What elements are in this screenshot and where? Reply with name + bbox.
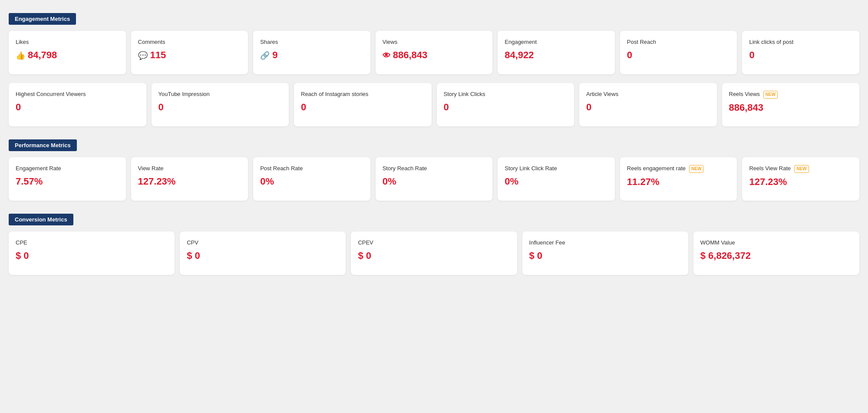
number-womm-value: 6,826,372: [708, 250, 751, 261]
card-label-post-reach-rate: Post Reach Rate: [260, 165, 363, 172]
number-engagement: 84,922: [505, 50, 534, 61]
number-story-reach-rate: 0%: [383, 176, 396, 187]
number-highest-concurrent: 0: [16, 102, 21, 113]
likes-icon: 👍: [16, 50, 25, 61]
card-value-youtube-impression: 0: [158, 102, 282, 113]
badge-new-reels-engagement-rate: NEW: [689, 165, 703, 173]
card-label-reels-engagement-rate: Reels engagement rateNEW: [627, 165, 730, 173]
comments-icon: 💬: [138, 50, 148, 61]
card-engagement-rate: Engagement Rate7.57%: [9, 157, 126, 201]
badge-new-reels-view-rate: NEW: [794, 165, 809, 173]
card-label-engagement-rate: Engagement Rate: [16, 165, 119, 172]
card-value-cpe: $ 0: [16, 250, 168, 261]
card-label-cpev: CPEV: [358, 239, 510, 247]
card-label-youtube-impression: YouTube Impression: [158, 91, 282, 98]
card-value-shares: 🔗9: [260, 50, 363, 61]
card-value-link-clicks-post: 0: [749, 50, 852, 61]
card-value-post-reach: 0: [627, 50, 730, 61]
card-value-story-link-click-rate: 0%: [505, 176, 608, 187]
number-post-reach-rate: 0%: [260, 176, 274, 187]
number-engagement-rate: 7.57%: [16, 176, 43, 187]
number-link-clicks-post: 0: [749, 50, 754, 61]
card-cpv: CPV$ 0: [180, 231, 346, 275]
card-label-story-link-click-rate: Story Link Click Rate: [505, 165, 608, 172]
engagement-row2: Highest Concurrent Viewers0YouTube Impre…: [9, 83, 859, 126]
number-story-link-clicks: 0: [444, 102, 449, 113]
card-value-engagement-rate: 7.57%: [16, 176, 119, 187]
card-label-cpe: CPE: [16, 239, 168, 247]
card-youtube-impression: YouTube Impression0: [152, 83, 289, 126]
card-influencer-fee: Influencer Fee$ 0: [522, 231, 688, 275]
card-engagement: Engagement84,922: [498, 31, 615, 74]
number-comments: 115: [150, 50, 166, 61]
number-likes: 84,798: [28, 50, 57, 61]
card-story-link-click-rate: Story Link Click Rate0%: [498, 157, 615, 201]
card-view-rate: View Rate127.23%: [131, 157, 248, 201]
views-icon: 👁: [383, 50, 390, 61]
card-label-highest-concurrent: Highest Concurrent Viewers: [16, 91, 139, 98]
card-article-views: Article Views0: [579, 83, 717, 126]
card-value-likes: 👍84,798: [16, 50, 119, 61]
dollar-sign-influencer-fee: $: [529, 250, 535, 261]
card-value-cpv: $ 0: [187, 250, 339, 261]
card-post-reach-rate: Post Reach Rate0%: [253, 157, 370, 201]
number-cpe: 0: [23, 250, 29, 261]
card-label-reels-view-rate: Reels View RateNEW: [749, 165, 852, 173]
dollar-sign-cpe: $: [16, 250, 21, 261]
card-label-story-link-clicks: Story Link Clicks: [444, 91, 568, 98]
card-likes: Likes👍84,798: [9, 31, 126, 74]
number-story-link-click-rate: 0%: [505, 176, 518, 187]
card-value-reels-engagement-rate: 11.27%: [627, 176, 730, 188]
number-reels-view-rate: 127.23%: [749, 176, 787, 188]
card-reels-engagement-rate: Reels engagement rateNEW11.27%: [620, 157, 737, 201]
card-value-womm-value: $ 6,826,372: [700, 250, 852, 261]
card-label-view-rate: View Rate: [138, 165, 241, 172]
card-value-post-reach-rate: 0%: [260, 176, 363, 187]
card-label-views: Views: [383, 39, 486, 46]
dollar-sign-womm-value: $: [700, 250, 706, 261]
number-youtube-impression: 0: [158, 102, 164, 113]
card-story-link-clicks: Story Link Clicks0: [437, 83, 574, 126]
card-label-post-reach: Post Reach: [627, 39, 730, 46]
number-cpv: 0: [195, 250, 200, 261]
card-value-reach-instagram: 0: [301, 102, 425, 113]
card-value-engagement: 84,922: [505, 50, 608, 61]
number-article-views: 0: [586, 102, 591, 113]
card-label-link-clicks-post: Link clicks of post: [749, 39, 852, 46]
badge-new-reels-views: NEW: [763, 91, 778, 99]
number-reach-instagram: 0: [301, 102, 306, 113]
number-influencer-fee: 0: [537, 250, 542, 261]
card-label-influencer-fee: Influencer Fee: [529, 239, 681, 247]
card-link-clicks-post: Link clicks of post0: [742, 31, 859, 74]
card-label-comments: Comments: [138, 39, 241, 46]
conversion-header: Conversion Metrics: [9, 214, 73, 225]
card-label-story-reach-rate: Story Reach Rate: [383, 165, 486, 172]
card-label-likes: Likes: [16, 39, 119, 46]
card-womm-value: WOMM Value$ 6,826,372: [693, 231, 859, 275]
card-label-shares: Shares: [260, 39, 363, 46]
card-highest-concurrent: Highest Concurrent Viewers0: [9, 83, 146, 126]
number-cpev: 0: [366, 250, 371, 261]
card-value-reels-view-rate: 127.23%: [749, 176, 852, 188]
card-value-article-views: 0: [586, 102, 710, 113]
card-value-comments: 💬115: [138, 50, 241, 61]
number-views: 886,843: [393, 50, 428, 61]
card-reels-view-rate: Reels View RateNEW127.23%: [742, 157, 859, 201]
performance-section: Performance Metrics Engagement Rate7.57%…: [9, 135, 859, 201]
card-label-reels-views: Reels ViewsNEW: [729, 91, 853, 99]
card-cpev: CPEV$ 0: [351, 231, 517, 275]
card-value-view-rate: 127.23%: [138, 176, 241, 187]
card-label-womm-value: WOMM Value: [700, 239, 852, 247]
card-label-article-views: Article Views: [586, 91, 710, 98]
card-cpe: CPE$ 0: [9, 231, 175, 275]
card-value-views: 👁886,843: [383, 50, 486, 61]
number-reels-engagement-rate: 11.27%: [627, 176, 660, 188]
card-reels-views: Reels ViewsNEW886,843: [722, 83, 860, 126]
card-value-story-reach-rate: 0%: [383, 176, 486, 187]
card-comments: Comments💬115: [131, 31, 248, 74]
card-views: Views👁886,843: [376, 31, 493, 74]
dollar-sign-cpev: $: [358, 250, 363, 261]
shares-icon: 🔗: [260, 50, 270, 61]
card-value-reels-views: 886,843: [729, 102, 853, 113]
card-label-engagement: Engagement: [505, 39, 608, 46]
